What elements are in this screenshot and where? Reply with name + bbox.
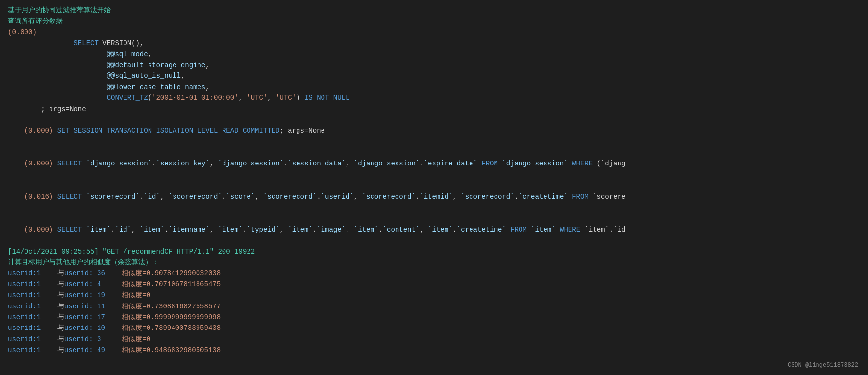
line-select-version: SELECT VERSION(), [8, 38, 860, 48]
similarity-row-4: userid:1 与userid: 4 相似度=0.70710678118654… [8, 279, 860, 290]
output-container: 基于用户的协同过滤推荐算法开始 查询所有评分数据 (0.000) SELECT … [8, 5, 860, 356]
similarity-row-49: userid:1 与userid: 49 相似度=0.9486832980505… [8, 345, 860, 355]
similarity-row-11: userid:1 与userid: 11 相似度=0.7308816827558… [8, 301, 860, 312]
similarity-row-3: userid:1 与userid: 3 相似度=0 [8, 334, 860, 345]
line-args-none: ; args=None [8, 104, 860, 115]
line-select-scorerecord: (0.016) SELECT `scorerecord`.`id`, `scor… [8, 180, 860, 213]
line-storage-engine: @@default_storage_engine, [8, 60, 860, 70]
line-timing-0: (0.000) [8, 27, 860, 38]
line-query-scores: 查询所有评分数据 [8, 16, 860, 26]
line-auto-null: @@sql_auto_is_null, [8, 70, 860, 81]
line-cosine-header: 计算目标用户与其他用户的相似度（余弦算法）： [8, 257, 860, 268]
similarity-row-10: userid:1 与userid: 10 相似度=0.7399400733959… [8, 323, 860, 333]
line-convert-tz: CONVERT_TZ('2001-01-01 01:00:00', 'UTC',… [8, 93, 860, 103]
line-algorithm-start: 基于用户的协同过滤推荐算法开始 [8, 5, 860, 16]
similarity-row-19: userid:1 与userid: 19 相似度=0 [8, 290, 860, 301]
line-set-session: (0.000) SET SESSION TRANSACTION ISOLATIO… [8, 115, 860, 147]
similarity-row-17: userid:1 与userid: 17 相似度=0.9999999999999… [8, 312, 860, 323]
watermark: CSDN @linge511873822 [788, 361, 858, 370]
line-http-log: [14/Oct/2021 09:25:55] "GET /recommendCF… [8, 246, 860, 257]
line-sql-mode: @@sql_mode, [8, 49, 860, 60]
line-select-item: (0.000) SELECT `item`.`id`, `item`.`item… [8, 213, 860, 246]
line-select-session: (0.000) SELECT `django_session`.`session… [8, 147, 860, 180]
similarity-row-36: userid:1 与userid: 36 相似度=0.9078412990032… [8, 268, 860, 279]
line-lower-case: @@lower_case_table_names, [8, 82, 860, 93]
